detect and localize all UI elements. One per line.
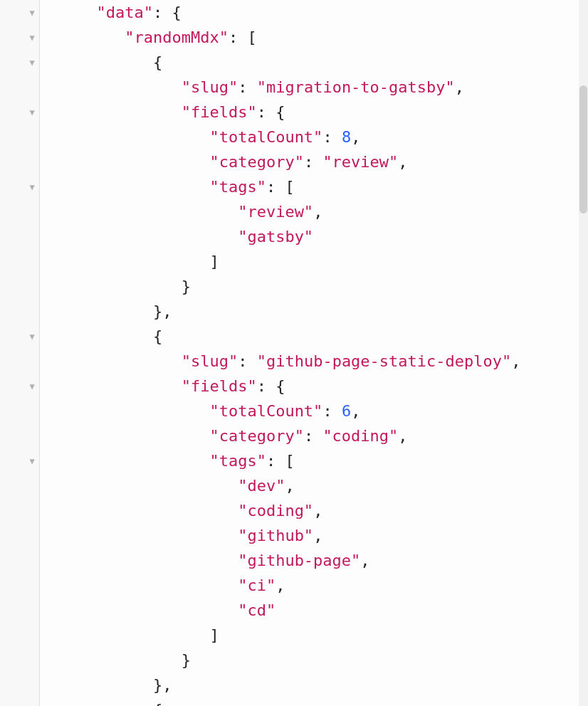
- code-line: ]: [40, 623, 588, 648]
- code-line: "dev",: [40, 473, 588, 498]
- token-key: "totalCount": [209, 128, 322, 146]
- token-punc: :: [304, 427, 323, 445]
- token-punc: ,: [351, 128, 360, 146]
- token-punc: : [: [266, 178, 295, 196]
- code-line: {: [40, 324, 588, 349]
- token-punc: :: [304, 153, 323, 171]
- token-punc: ,: [398, 427, 407, 445]
- token-key: "category": [209, 153, 303, 171]
- token-key: "tags": [209, 452, 266, 470]
- token-key: "slug": [182, 352, 238, 370]
- token-punc: : {: [153, 4, 182, 21]
- token-str: "github-page-static-deploy": [257, 352, 512, 370]
- code-line: {: [40, 50, 588, 75]
- token-punc: },: [153, 302, 172, 320]
- token-str: "github": [238, 527, 313, 544]
- token-num: 8: [342, 128, 351, 146]
- fold-toggle-icon[interactable]: ▼: [28, 33, 36, 42]
- token-punc: ,: [313, 203, 322, 221]
- code-line: "randomMdx": [: [40, 25, 588, 50]
- code-line: "category": "coding",: [40, 423, 588, 448]
- code-line: },: [40, 673, 588, 697]
- code-line: },: [40, 299, 588, 324]
- token-punc: },: [153, 676, 172, 694]
- json-code-block: "data": { "randomMdx": [ { "slug": "migr…: [40, 0, 588, 706]
- token-str: "gatsby": [238, 228, 313, 246]
- token-punc: : [: [229, 28, 257, 46]
- code-line: }: [40, 274, 588, 299]
- token-punc: ,: [455, 78, 464, 96]
- token-punc: ,: [313, 527, 322, 544]
- code-line: "fields": {: [40, 374, 588, 399]
- token-punc: ,: [285, 477, 294, 495]
- scrollbar-thumb[interactable]: [579, 85, 587, 214]
- token-key: "totalCount": [209, 402, 322, 420]
- fold-toggle-icon[interactable]: ▼: [28, 108, 36, 117]
- code-line: "totalCount": 8,: [40, 125, 588, 149]
- code-line: ]: [40, 249, 588, 274]
- code-line: "fields": {: [40, 100, 588, 125]
- fold-gutter: ▼▼▼▼▼▼▼▼▼: [0, 0, 40, 706]
- token-key: "tags": [209, 178, 266, 196]
- token-punc: :: [322, 128, 342, 146]
- code-line: "tags": [: [40, 448, 588, 473]
- token-key: "category": [209, 427, 303, 445]
- token-punc: : [: [266, 452, 295, 470]
- token-punc: : {: [257, 377, 285, 395]
- code-line: "github",: [40, 523, 588, 548]
- token-punc: ]: [209, 626, 219, 644]
- token-punc: :: [322, 402, 342, 420]
- code-line: "category": "review",: [40, 149, 588, 174]
- fold-toggle-icon[interactable]: ▼: [28, 9, 36, 17]
- token-str: "migration-to-gatsby": [257, 78, 455, 96]
- code-line: "coding",: [40, 498, 588, 523]
- vertical-scrollbar[interactable]: [579, 0, 588, 706]
- code-line: {: [40, 697, 588, 706]
- token-punc: ,: [398, 153, 407, 171]
- token-num: 6: [342, 402, 351, 420]
- token-punc: :: [238, 78, 257, 96]
- code-line: "gatsby": [40, 224, 588, 249]
- token-str: "review": [322, 153, 398, 171]
- token-str: "coding": [238, 502, 313, 520]
- token-str: "cd": [238, 601, 275, 619]
- code-line: "cd": [40, 598, 588, 623]
- token-str: "github-page": [238, 552, 360, 569]
- token-punc: : {: [257, 103, 285, 121]
- token-key: "randomMdx": [125, 28, 229, 46]
- token-key: "fields": [182, 377, 257, 395]
- token-key: "slug": [182, 78, 238, 96]
- fold-toggle-icon[interactable]: ▼: [28, 58, 36, 67]
- code-line: "tags": [: [40, 174, 588, 199]
- token-key: "data": [96, 4, 152, 21]
- token-str: "coding": [322, 427, 398, 445]
- token-key: "fields": [182, 103, 257, 121]
- code-line: "data": {: [40, 0, 588, 25]
- code-line: "github-page",: [40, 548, 588, 573]
- fold-toggle-icon[interactable]: ▼: [28, 332, 36, 341]
- fold-toggle-icon[interactable]: ▼: [28, 183, 36, 191]
- code-line: "review",: [40, 199, 588, 224]
- token-punc: ,: [511, 352, 520, 370]
- code-line: "ci",: [40, 573, 588, 598]
- token-punc: ,: [275, 576, 285, 594]
- code-line: "slug": "migration-to-gatsby",: [40, 75, 588, 100]
- token-punc: ]: [209, 253, 219, 270]
- token-punc: ,: [313, 502, 322, 520]
- token-punc: }: [182, 278, 191, 295]
- fold-toggle-icon[interactable]: ▼: [28, 457, 36, 465]
- token-punc: {: [153, 53, 162, 71]
- token-punc: ,: [351, 402, 360, 420]
- token-str: "dev": [238, 477, 285, 495]
- token-punc: ,: [360, 552, 369, 569]
- code-line: "totalCount": 6,: [40, 399, 588, 423]
- token-punc: }: [182, 651, 191, 669]
- token-str: "review": [238, 203, 313, 221]
- code-line: }: [40, 648, 588, 673]
- code-line: "slug": "github-page-static-deploy",: [40, 349, 588, 374]
- fold-toggle-icon[interactable]: ▼: [28, 382, 36, 391]
- token-punc: {: [153, 327, 162, 345]
- token-punc: :: [238, 352, 257, 370]
- token-punc: {: [153, 701, 162, 706]
- token-str: "ci": [238, 576, 275, 594]
